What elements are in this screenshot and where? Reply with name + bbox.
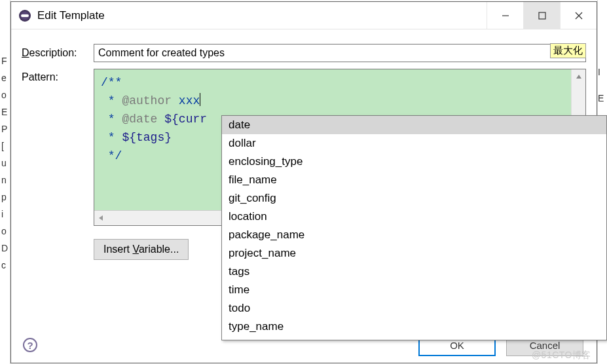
watermark: @51CTO博客 — [532, 350, 591, 361]
svg-rect-1 — [539, 12, 545, 19]
popup-item-time[interactable]: time — [222, 281, 606, 299]
popup-item-file-name[interactable]: file_name — [222, 171, 606, 189]
popup-item-git-config[interactable]: git_config — [222, 189, 606, 208]
titlebar: Edit Template — [11, 2, 597, 29]
description-label: Description: — [22, 47, 94, 59]
eclipse-icon — [19, 10, 31, 22]
help-icon[interactable]: ? — [23, 338, 37, 352]
text-cursor — [200, 93, 200, 106]
minimize-button[interactable] — [487, 2, 523, 29]
popup-item-type-name[interactable]: type_name — [222, 318, 606, 336]
popup-item-dollar[interactable]: dollar — [222, 134, 606, 153]
insert-variable-button[interactable]: Insert Variable... — [94, 239, 189, 260]
svg-marker-4 — [576, 75, 581, 79]
popup-item-enclosing-type[interactable]: enclosing_type — [222, 153, 606, 171]
scroll-up-icon[interactable] — [572, 69, 586, 84]
variable-autocomplete-popup: date dollar enclosing_type file_name git… — [221, 115, 607, 340]
description-input[interactable] — [94, 44, 586, 62]
close-button[interactable] — [560, 2, 597, 29]
window-title: Edit Template — [37, 9, 105, 22]
popup-item-project-name[interactable]: project_name — [222, 244, 606, 263]
svg-marker-5 — [99, 215, 103, 221]
left-partial-window: FeoEP[ unpioDc — [0, 0, 10, 364]
popup-item-date[interactable]: date — [222, 116, 606, 134]
popup-item-tags[interactable]: tags — [222, 263, 606, 281]
description-row: Description: 最大化 — [22, 44, 586, 62]
popup-item-package-name[interactable]: package_name — [222, 226, 606, 244]
popup-item-location[interactable]: location — [222, 208, 606, 226]
popup-item-todo[interactable]: todo — [222, 299, 606, 318]
pattern-label: Pattern: — [22, 69, 94, 226]
maximize-button[interactable] — [523, 2, 560, 29]
maximize-badge: 最大化 — [550, 43, 586, 58]
window-controls — [487, 2, 597, 29]
scroll-left-icon[interactable] — [94, 211, 109, 225]
